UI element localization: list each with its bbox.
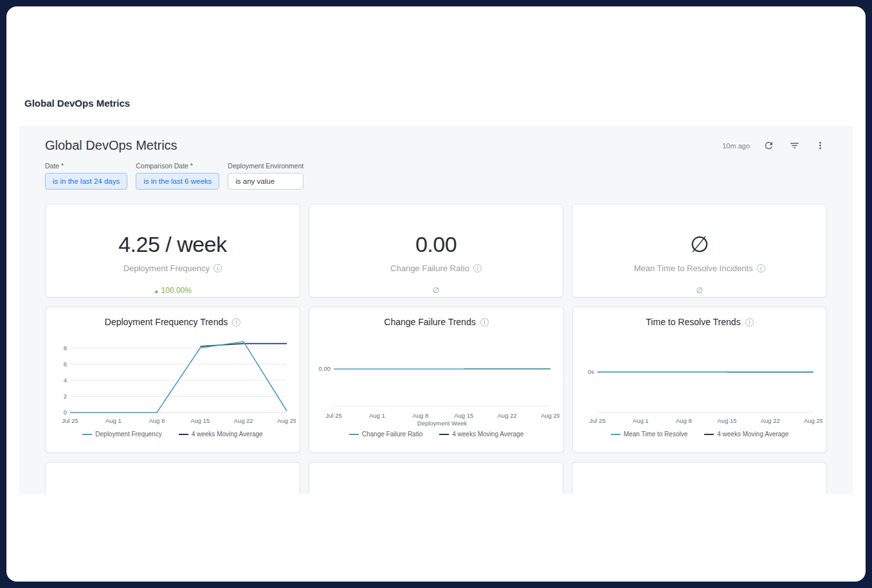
chart-title: Deployment Frequency Trends xyxy=(105,317,228,327)
legend-swatch xyxy=(704,434,714,435)
filter-group-date: Date * is in the last 24 days xyxy=(45,162,127,190)
chart-card-time-to-resolve-trends: Time to Resolve Trends 0sJul 25Aug 1Aug … xyxy=(572,307,827,453)
chart-row: Deployment Frequency Trends 02468Jul 25A… xyxy=(45,307,827,453)
legend-item[interactable]: 4 weeks Moving Average xyxy=(439,431,523,438)
last-refresh-timestamp: 10m ago xyxy=(722,142,750,150)
refresh-icon[interactable] xyxy=(761,139,776,153)
legend-swatch xyxy=(82,434,92,435)
legend-item[interactable]: Deployment Frequency xyxy=(82,431,161,438)
legend-label: Change Failure Ratio xyxy=(362,431,423,438)
svg-text:2: 2 xyxy=(64,393,67,400)
svg-text:Aug 29: Aug 29 xyxy=(541,412,559,419)
svg-text:Aug 1: Aug 1 xyxy=(369,412,385,419)
dashboard-controls: 10m ago xyxy=(722,139,827,153)
kpi-label: Mean Time to Resolve Incidents xyxy=(572,263,826,273)
chart-legend: Mean Time to Resolve 4 weeks Moving Aver… xyxy=(573,431,826,438)
filter-group-deployment-environment: Deployment Environment is any value xyxy=(228,162,304,190)
page-title: Global DevOps Metrics xyxy=(24,98,866,109)
chart-legend: Change Failure Ratio 4 weeks Moving Aver… xyxy=(309,431,563,438)
svg-text:Aug 8: Aug 8 xyxy=(676,417,692,424)
info-icon[interactable] xyxy=(473,264,482,272)
more-vert-icon[interactable] xyxy=(813,139,827,153)
svg-text:Aug 22: Aug 22 xyxy=(761,417,780,424)
filter-chip-deployment-environment[interactable]: is any value xyxy=(228,173,304,190)
legend-item[interactable]: 4 weeks Moving Average xyxy=(179,431,263,438)
info-icon[interactable] xyxy=(745,318,754,326)
info-icon[interactable] xyxy=(480,318,489,326)
svg-text:Jul 25: Jul 25 xyxy=(62,417,78,424)
svg-text:Jul 25: Jul 25 xyxy=(589,417,605,424)
kpi-value: 0 xyxy=(309,490,563,494)
dashboard-title: Global DevOps Metrics xyxy=(45,138,177,153)
svg-text:0.00: 0.00 xyxy=(319,365,331,372)
svg-text:Jul 25: Jul 25 xyxy=(325,412,341,419)
filter-chip-date[interactable]: is in the last 24 days xyxy=(45,173,127,190)
kpi-delta: ∅ xyxy=(309,286,563,295)
kpi-delta: ▲100.00% xyxy=(46,286,300,295)
kpi-card-partial: 110 xyxy=(572,462,827,494)
filter-bar: Date * is in the last 24 days Comparison… xyxy=(45,162,827,190)
kpi-label: Deployment Frequency xyxy=(46,263,300,273)
chart-card-deployment-frequency-trends: Deployment Frequency Trends 02468Jul 25A… xyxy=(45,307,300,453)
kpi-value: 4.25 / week xyxy=(46,231,300,257)
kpi-card-deployment-frequency: 4.25 / week Deployment Frequency ▲100.00… xyxy=(45,204,300,298)
legend-label: Deployment Frequency xyxy=(95,431,161,438)
svg-text:6: 6 xyxy=(64,361,67,368)
kpi-label-text: Mean Time to Resolve Incidents xyxy=(634,263,753,273)
svg-text:Deployment Week: Deployment Week xyxy=(417,420,468,427)
legend-label: 4 weeks Moving Average xyxy=(717,431,788,438)
line-chart: 0sJul 25Aug 1Aug 8Aug 15Aug 22Aug 29 xyxy=(577,330,822,428)
kpi-value: 110 xyxy=(572,490,826,494)
legend-item[interactable]: 4 weeks Moving Average xyxy=(704,431,788,438)
dashboard-header: Global DevOps Metrics 10m ago xyxy=(45,126,827,157)
chart-title-row: Deployment Frequency Trends xyxy=(46,307,300,329)
svg-text:Aug 29: Aug 29 xyxy=(804,417,822,424)
info-icon[interactable] xyxy=(213,264,222,272)
filter-group-comparison-date: Comparison Date * is in the last 6 weeks xyxy=(136,162,219,190)
kpi-label-text: Deployment Frequency xyxy=(123,263,210,273)
legend-label: 4 weeks Moving Average xyxy=(192,431,263,438)
info-icon[interactable] xyxy=(757,264,765,272)
line-chart: 0.00Jul 25Aug 1Aug 8Aug 15Aug 22Aug 29De… xyxy=(313,330,559,428)
svg-text:Aug 1: Aug 1 xyxy=(105,417,122,424)
svg-text:Aug 8: Aug 8 xyxy=(412,412,428,419)
filter-chip-comparison-date[interactable]: is in the last 6 weeks xyxy=(136,173,219,190)
legend-item[interactable]: Mean Time to Resolve xyxy=(611,431,688,438)
filter-icon[interactable] xyxy=(787,139,801,153)
svg-text:Aug 1: Aug 1 xyxy=(633,417,649,424)
legend-item[interactable]: Change Failure Ratio xyxy=(349,431,423,438)
svg-text:Aug 22: Aug 22 xyxy=(498,412,517,419)
svg-text:Aug 15: Aug 15 xyxy=(454,412,473,419)
legend-swatch xyxy=(439,434,449,435)
line-chart-svg: 0sJul 25Aug 1Aug 8Aug 15Aug 22Aug 29 xyxy=(577,330,822,428)
svg-text:Aug 15: Aug 15 xyxy=(718,417,737,424)
svg-text:Aug 22: Aug 22 xyxy=(234,417,253,424)
kpi-value: ∅ xyxy=(572,231,826,257)
kpi-label: Change Failure Ratio xyxy=(309,263,563,273)
filter-label-date: Date * xyxy=(45,162,127,170)
svg-text:4: 4 xyxy=(64,377,67,384)
legend-swatch xyxy=(349,434,359,435)
chart-title-row: Time to Resolve Trends xyxy=(573,307,826,329)
svg-text:Aug 15: Aug 15 xyxy=(190,417,210,424)
kpi-card-mean-time-to-resolve: ∅ Mean Time to Resolve Incidents ∅ xyxy=(572,204,827,298)
chart-title: Change Failure Trends xyxy=(384,317,475,327)
legend-swatch xyxy=(179,434,188,435)
legend-label: 4 weeks Moving Average xyxy=(452,431,523,438)
legend-swatch xyxy=(611,434,621,435)
kpi-card-partial: 17 xyxy=(45,462,300,494)
kpi-delta-text: ∅ xyxy=(433,286,439,295)
line-chart: 02468Jul 25Aug 1Aug 8Aug 15Aug 22Aug 29 xyxy=(50,330,296,428)
kpi-card-partial: 0 xyxy=(309,462,564,494)
svg-text:0s: 0s xyxy=(588,368,594,375)
line-chart-svg: 02468Jul 25Aug 1Aug 8Aug 15Aug 22Aug 29 xyxy=(50,330,296,428)
chart-card-change-failure-trends: Change Failure Trends 0.00Jul 25Aug 1Aug… xyxy=(309,307,564,453)
filter-label-comparison-date: Comparison Date * xyxy=(136,162,219,170)
legend-label: Mean Time to Resolve xyxy=(624,431,688,438)
info-icon[interactable] xyxy=(232,318,241,326)
chart-title: Time to Resolve Trends xyxy=(646,317,740,327)
svg-text:Aug 29: Aug 29 xyxy=(277,417,296,424)
page: Global DevOps Metrics Global DevOps Metr… xyxy=(6,6,866,582)
bottom-kpi-row: 17 0 110 xyxy=(45,462,827,494)
kpi-value: 17 xyxy=(46,490,300,494)
